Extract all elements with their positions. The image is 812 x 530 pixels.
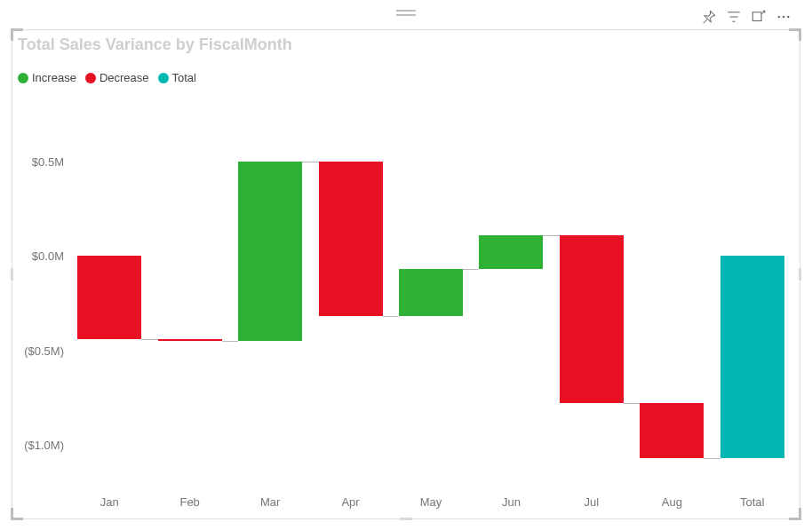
connector [383, 316, 399, 317]
x-tick-label: Jun [502, 495, 521, 509]
x-tick-label: Feb [179, 495, 199, 509]
bar-apr[interactable] [319, 162, 383, 316]
bar-jan[interactable] [77, 256, 141, 339]
svg-point-2 [783, 16, 784, 18]
connector [543, 235, 559, 236]
resize-handle-right[interactable] [799, 268, 801, 281]
bar-aug[interactable] [640, 403, 704, 458]
connector [141, 339, 157, 340]
bar-jul[interactable] [560, 235, 624, 403]
legend-item-increase[interactable]: Increase [18, 71, 76, 84]
connector [302, 162, 318, 162]
x-tick-label: Jul [585, 495, 600, 509]
focus-mode-icon[interactable] [750, 8, 768, 26]
y-tick-label: $0.5M [18, 155, 64, 169]
chart-legend: Increase Decrease Total [18, 71, 196, 84]
x-axis: JanFebMarAprMayJunJulAugTotal [69, 495, 792, 513]
pin-icon[interactable] [700, 8, 718, 26]
filter-icon[interactable] [725, 8, 743, 26]
x-tick-label: Total [740, 495, 764, 509]
bar-mar[interactable] [238, 162, 302, 341]
svg-point-3 [787, 16, 789, 18]
plot-area: $0.5M$0.0M($0.5M)($1.0M) JanFebMarAprMay… [69, 115, 792, 492]
svg-point-1 [778, 16, 780, 18]
x-tick-label: Mar [260, 495, 280, 509]
y-tick-label: ($1.0M) [18, 438, 64, 451]
resize-handle-bottom[interactable] [400, 518, 412, 520]
connector [222, 341, 238, 342]
legend-item-total[interactable]: Total [158, 71, 196, 84]
bar-feb[interactable] [158, 339, 222, 341]
more-options-icon[interactable] [775, 8, 792, 26]
x-tick-label: Apr [341, 495, 359, 509]
legend-label: Decrease [100, 71, 149, 84]
connector [624, 403, 640, 404]
visual-toolbar [700, 8, 792, 26]
y-tick-label: $0.0M [18, 249, 64, 263]
resize-handle-bl[interactable] [11, 508, 23, 520]
visual-drag-handle[interactable] [396, 10, 416, 19]
resize-handle-left[interactable] [11, 268, 13, 281]
chart-title: Total Sales Variance by FiscalMonth [18, 36, 292, 54]
x-tick-label: Aug [662, 495, 682, 509]
legend-label: Increase [32, 71, 76, 84]
legend-label: Total [172, 71, 196, 84]
bar-may[interactable] [399, 269, 463, 316]
legend-item-decrease[interactable]: Decrease [85, 71, 149, 84]
connector [463, 269, 479, 270]
connector [704, 458, 720, 459]
bar-jun[interactable] [479, 235, 543, 269]
visual-card[interactable]: Total Sales Variance by FiscalMonth Incr… [12, 29, 800, 519]
y-tick-label: ($0.5M) [18, 344, 64, 357]
x-tick-label: Jan [100, 495, 119, 509]
resize-handle-tr[interactable] [789, 28, 801, 41]
svg-rect-0 [752, 12, 761, 21]
legend-swatch-total [158, 73, 169, 83]
x-tick-label: May [420, 495, 442, 509]
legend-swatch-increase [18, 73, 28, 83]
bar-total[interactable] [720, 256, 784, 457]
legend-swatch-decrease [85, 73, 96, 83]
